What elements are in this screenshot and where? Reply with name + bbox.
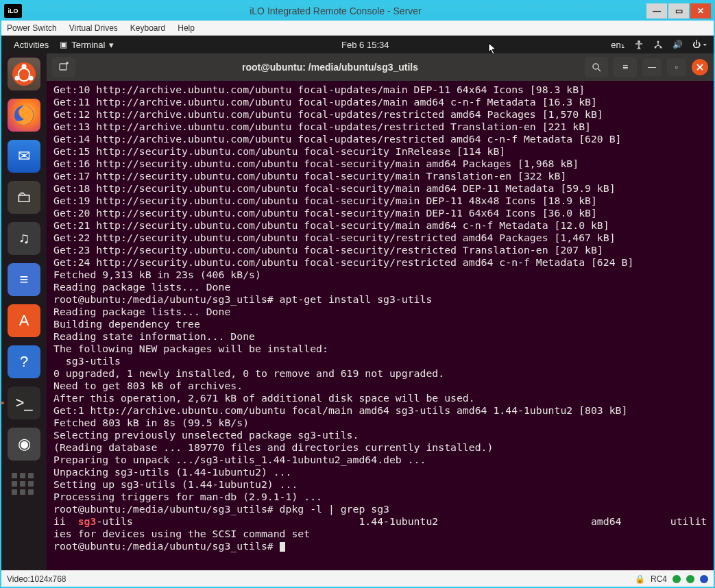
- files-icon[interactable]: [8, 58, 40, 90]
- volume-icon[interactable]: 🔊: [672, 40, 683, 49]
- menu-virtual-drives[interactable]: Virtual Drives: [69, 23, 118, 33]
- ilo-window: iLO iLO Integrated Remote Console - Serv…: [0, 0, 715, 588]
- maximize-button[interactable]: ▭: [668, 3, 689, 19]
- status-led-green2: [686, 575, 694, 583]
- show-applications-button[interactable]: [12, 473, 36, 498]
- disc-icon[interactable]: ◉: [8, 428, 40, 461]
- ilo-title: iLO Integrated Remote Console - Server: [26, 5, 645, 16]
- terminal-headerbar: root@ubuntu: /media/ubuntu/sg3_utils ≡ —…: [47, 53, 714, 81]
- svg-rect-9: [60, 64, 66, 70]
- power-icon[interactable]: ⏻ ▾: [692, 40, 707, 49]
- menu-keyboard[interactable]: Keyboard: [130, 23, 165, 33]
- svg-point-10: [593, 64, 598, 69]
- terminal-body[interactable]: Get:10 http://archive.ubuntu.com/ubuntu …: [47, 81, 714, 570]
- menu-help[interactable]: Help: [178, 23, 195, 33]
- ilo-logo: iLO: [4, 4, 22, 18]
- terminal-title: root@ubuntu: /media/ubuntu/sg3_utils: [81, 62, 579, 73]
- nautilus-icon[interactable]: 🗀: [8, 181, 40, 214]
- new-tab-button[interactable]: [52, 57, 75, 77]
- gnome-topbar: Activities ▣ Terminal ▾ Feb 6 15:34 en₁ …: [1, 36, 714, 53]
- term-close-button[interactable]: [692, 59, 708, 75]
- network-icon[interactable]: [653, 40, 663, 49]
- firefox-icon[interactable]: [8, 99, 40, 132]
- topbar-app-label: Terminal: [71, 40, 105, 50]
- help-icon[interactable]: ?: [8, 345, 40, 378]
- activities-button[interactable]: Activities: [8, 40, 54, 50]
- ilo-menubar: Power Switch Virtual Drives Keyboard Hel…: [1, 21, 714, 36]
- accessibility-icon[interactable]: [634, 40, 644, 49]
- hamburger-menu-button[interactable]: ≡: [614, 57, 637, 77]
- topbar-app-menu[interactable]: ▣ Terminal ▾: [54, 40, 119, 50]
- lock-icon: 🔒: [635, 574, 645, 584]
- status-encryption: RC4: [651, 574, 667, 584]
- svg-point-0: [638, 40, 640, 43]
- desktop: ✉🗀♫≡A?>_◉ root@ubuntu: /media/ubuntu/sg3…: [1, 53, 714, 570]
- software-icon[interactable]: A: [8, 304, 40, 337]
- search-button[interactable]: [585, 57, 608, 77]
- clock[interactable]: Feb 6 15:34: [119, 40, 611, 50]
- rhythmbox-icon[interactable]: ♫: [8, 222, 40, 255]
- dock: ✉🗀♫≡A?>_◉: [1, 53, 47, 570]
- terminal-icon[interactable]: >_: [8, 387, 40, 419]
- term-minimize-button[interactable]: —: [642, 58, 662, 76]
- terminal-output: Get:10 http://archive.ubuntu.com/ubuntu …: [53, 84, 710, 552]
- ilo-titlebar: iLO iLO Integrated Remote Console - Serv…: [1, 1, 714, 21]
- terminal-small-icon: ▣: [60, 40, 67, 49]
- status-video: Video:1024x768: [7, 574, 66, 584]
- terminal-window: root@ubuntu: /media/ubuntu/sg3_utils ≡ —…: [47, 53, 714, 570]
- thunderbird-icon[interactable]: ✉: [8, 140, 40, 173]
- lang-indicator[interactable]: en₁: [611, 40, 624, 50]
- libreoffice-icon[interactable]: ≡: [8, 263, 40, 296]
- status-led-blue: [700, 575, 708, 583]
- ilo-statusbar: Video:1024x768 🔒 RC4: [1, 570, 714, 587]
- svg-line-11: [598, 69, 601, 71]
- minimize-button[interactable]: —: [646, 3, 667, 19]
- status-led-green: [672, 575, 681, 583]
- menu-power-switch[interactable]: Power Switch: [7, 23, 57, 33]
- chevron-down-icon: ▾: [109, 40, 114, 50]
- close-button[interactable]: ✕: [690, 3, 711, 19]
- term-maximize-button[interactable]: ▫: [667, 58, 686, 76]
